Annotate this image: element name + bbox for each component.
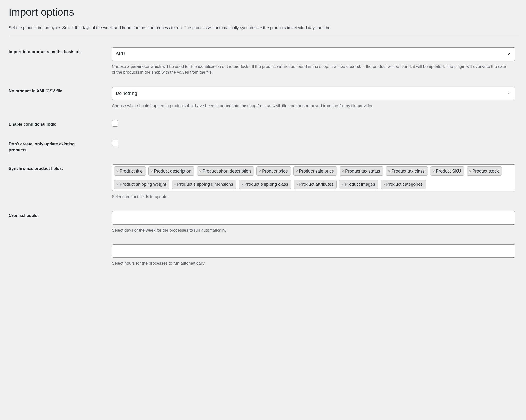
remove-tag-icon[interactable]: ×: [342, 169, 344, 173]
tag-label: Product short description: [202, 168, 251, 174]
page-title: Import options: [9, 5, 526, 20]
tag-label: Product title: [120, 168, 143, 174]
remove-tag-icon[interactable]: ×: [199, 169, 202, 173]
tag-label: Product shipping weight: [120, 181, 166, 187]
remove-tag-icon[interactable]: ×: [259, 169, 261, 173]
tag-sync-field: ×Product attributes: [294, 180, 337, 189]
remove-tag-icon[interactable]: ×: [241, 182, 243, 186]
tag-label: Product tax class: [391, 168, 425, 174]
tag-sync-field: ×Product shipping dimensions: [172, 180, 236, 189]
tag-label: Product price: [262, 168, 288, 174]
row-import-basis: Import into products on the basis of: SK…: [9, 47, 526, 76]
remove-tag-icon[interactable]: ×: [432, 169, 435, 173]
tag-sync-field: ×Product tax status: [340, 167, 383, 176]
label-no-product: No product in XML/CSV file: [9, 88, 62, 94]
checkbox-conditional-logic[interactable]: [112, 120, 118, 127]
tag-sync-field: ×Product sale price: [293, 167, 337, 176]
help-import-basis: Choose a parameter which will be used fo…: [112, 64, 510, 76]
remove-tag-icon[interactable]: ×: [388, 169, 390, 173]
label-only-update: Don't create, only update existing produ…: [9, 141, 91, 153]
multiselect-cron-hours[interactable]: [112, 244, 515, 258]
tag-label: Product shipping dimensions: [177, 181, 233, 187]
remove-tag-icon[interactable]: ×: [116, 169, 119, 173]
tag-label: Product tax status: [345, 168, 380, 174]
row-sync-fields: Synchronize product fields: ×Product tit…: [9, 164, 526, 200]
remove-tag-icon[interactable]: ×: [296, 182, 298, 186]
tag-label: Product sale price: [299, 168, 334, 174]
help-cron-days: Select days of the week for the processe…: [112, 228, 510, 234]
remove-tag-icon[interactable]: ×: [383, 182, 385, 186]
label-sync-fields: Synchronize product fields:: [9, 166, 63, 172]
multiselect-cron-days[interactable]: [112, 211, 515, 225]
tag-label: Product categories: [386, 181, 423, 187]
checkbox-only-update[interactable]: [112, 140, 118, 146]
remove-tag-icon[interactable]: ×: [296, 169, 298, 173]
tag-label: Product SKU: [436, 168, 461, 174]
row-cron-days: Cron schedule: Select days of the week f…: [9, 211, 526, 234]
tag-sync-field: ×Product images: [339, 180, 378, 189]
tag-sync-field: ×Product title: [114, 167, 146, 176]
remove-tag-icon[interactable]: ×: [116, 182, 119, 186]
remove-tag-icon[interactable]: ×: [151, 169, 153, 173]
tag-label: Product shipping class: [244, 181, 288, 187]
tag-sync-field: ×Product price: [256, 167, 291, 176]
remove-tag-icon[interactable]: ×: [174, 182, 176, 186]
section-divider: [9, 36, 519, 36]
tag-label: Product images: [345, 181, 375, 187]
tag-label: Product description: [154, 168, 191, 174]
help-sync-fields: Select product fields to update.: [112, 194, 510, 200]
help-cron-hours: Select hours for the processes to run au…: [112, 260, 510, 267]
label-conditional-logic: Enable conditional logic: [9, 121, 56, 128]
tag-sync-field: ×Product description: [148, 167, 194, 176]
row-cron-hours: Select hours for the processes to run au…: [9, 244, 526, 267]
row-only-update: Don't create, only update existing produ…: [9, 140, 526, 153]
tag-sync-field: ×Product short description: [197, 167, 254, 176]
remove-tag-icon[interactable]: ×: [341, 182, 344, 186]
multiselect-sync-fields[interactable]: ×Product title×Product description×Produ…: [112, 164, 515, 191]
row-no-product: No product in XML/CSV file Do nothing Ch…: [9, 87, 526, 109]
import-options-page: Import options Set the product import cy…: [0, 0, 526, 279]
select-no-product[interactable]: Do nothing: [112, 87, 515, 100]
label-import-basis: Import into products on the basis of:: [9, 49, 81, 55]
remove-tag-icon[interactable]: ×: [469, 169, 471, 173]
tag-sync-field: ×Product SKU: [430, 167, 464, 176]
page-intro: Set the product import cycle. Select the…: [9, 25, 526, 31]
tag-sync-field: ×Product categories: [381, 180, 426, 189]
tag-sync-field: ×Product shipping class: [239, 180, 291, 189]
tag-label: Product stock: [472, 168, 499, 174]
help-no-product: Choose what should happen to products th…: [112, 103, 510, 109]
tag-sync-field: ×Product tax class: [386, 167, 428, 176]
tag-label: Product attributes: [299, 181, 334, 187]
label-cron-schedule: Cron schedule:: [9, 213, 39, 219]
select-import-basis[interactable]: SKU: [112, 47, 515, 61]
tag-sync-field: ×Product stock: [467, 167, 502, 176]
tag-sync-field: ×Product shipping weight: [114, 180, 169, 189]
row-conditional-logic: Enable conditional logic: [9, 120, 526, 129]
